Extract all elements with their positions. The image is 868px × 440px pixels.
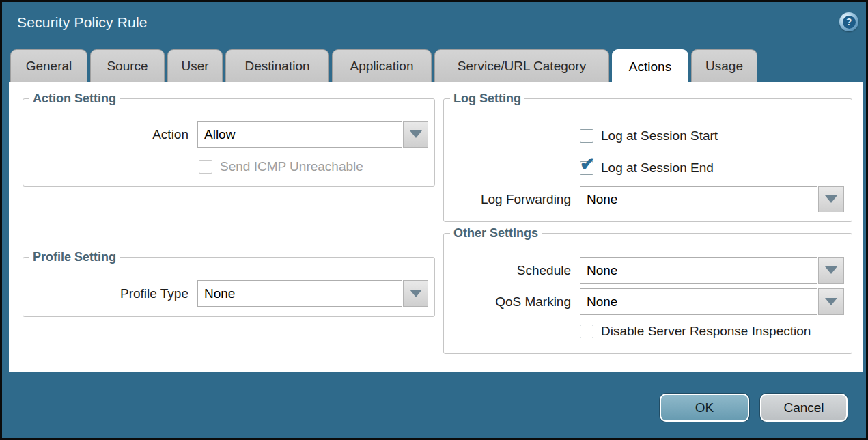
help-icon: ? (843, 16, 856, 29)
send-icmp-unreachable-label: Send ICMP Unreachable (220, 160, 363, 174)
chevron-down-icon (410, 130, 422, 138)
schedule-label: Schedule (444, 257, 571, 284)
other-settings-legend: Other Settings (450, 226, 542, 240)
action-setting-legend: Action Setting (29, 92, 120, 106)
send-icmp-unreachable-checkbox[interactable]: ✔ (199, 160, 212, 174)
tab-actions[interactable]: Actions (612, 49, 688, 83)
dialog-title: Security Policy Rule (17, 14, 148, 31)
action-select-button[interactable] (403, 121, 428, 148)
chevron-down-icon (825, 195, 837, 203)
action-label: Action (23, 121, 188, 148)
actions-tab-panel: Action Setting Action Allow ✔ Send ICMP … (9, 82, 863, 372)
tab-usage[interactable]: Usage (691, 49, 757, 82)
chevron-down-icon (825, 266, 837, 274)
log-forwarding-select-button[interactable] (818, 186, 844, 212)
profile-type-select[interactable]: None (197, 280, 402, 307)
chevron-down-icon (410, 290, 422, 297)
tab-source[interactable]: Source (90, 49, 165, 82)
tab-user[interactable]: User (167, 49, 223, 82)
qos-marking-label: QoS Marking (444, 288, 571, 315)
tab-bar: General Source User Destination Applicat… (10, 49, 757, 82)
profile-type-select-button[interactable] (403, 280, 428, 307)
log-session-start-checkbox[interactable]: ✔ (580, 129, 593, 143)
security-policy-rule-dialog: Security Policy Rule ? General Source Us… (0, 0, 868, 440)
ok-button[interactable]: OK (660, 394, 749, 422)
log-session-end-checkbox[interactable]: ✔ (580, 161, 593, 175)
qos-marking-select-button[interactable] (818, 288, 844, 315)
profile-type-label: Profile Type (23, 280, 188, 307)
tab-general[interactable]: General (10, 49, 87, 82)
profile-setting-group: Profile Setting Profile Type None (23, 257, 435, 317)
help-button[interactable]: ? (839, 12, 858, 31)
log-session-start-label: Log at Session Start (601, 129, 718, 143)
qos-marking-select[interactable]: None (580, 288, 817, 315)
schedule-select[interactable]: None (580, 257, 817, 284)
log-session-end-label: Log at Session End (601, 161, 714, 175)
cancel-button[interactable]: Cancel (760, 394, 848, 422)
tab-destination[interactable]: Destination (225, 49, 329, 82)
log-forwarding-select[interactable]: None (580, 186, 817, 212)
action-setting-group: Action Setting Action Allow ✔ Send ICMP … (23, 98, 435, 187)
disable-server-response-inspection-checkbox[interactable]: ✔ (580, 325, 593, 338)
action-select[interactable]: Allow (197, 121, 402, 148)
other-settings-group: Other Settings Schedule None QoS Marking… (443, 233, 852, 354)
disable-server-response-inspection-label: Disable Server Response Inspection (601, 325, 811, 338)
tab-service-url-category[interactable]: Service/URL Category (434, 49, 609, 82)
profile-setting-legend: Profile Setting (29, 250, 120, 264)
checkmark-icon: ✔ (580, 155, 596, 174)
log-forwarding-label: Log Forwarding (444, 186, 571, 212)
schedule-select-button[interactable] (818, 257, 844, 284)
log-setting-group: Log Setting ✔ Log at Session Start ✔ Log… (443, 98, 852, 222)
log-setting-legend: Log Setting (450, 92, 524, 106)
tab-application[interactable]: Application (332, 49, 432, 82)
chevron-down-icon (825, 298, 837, 305)
